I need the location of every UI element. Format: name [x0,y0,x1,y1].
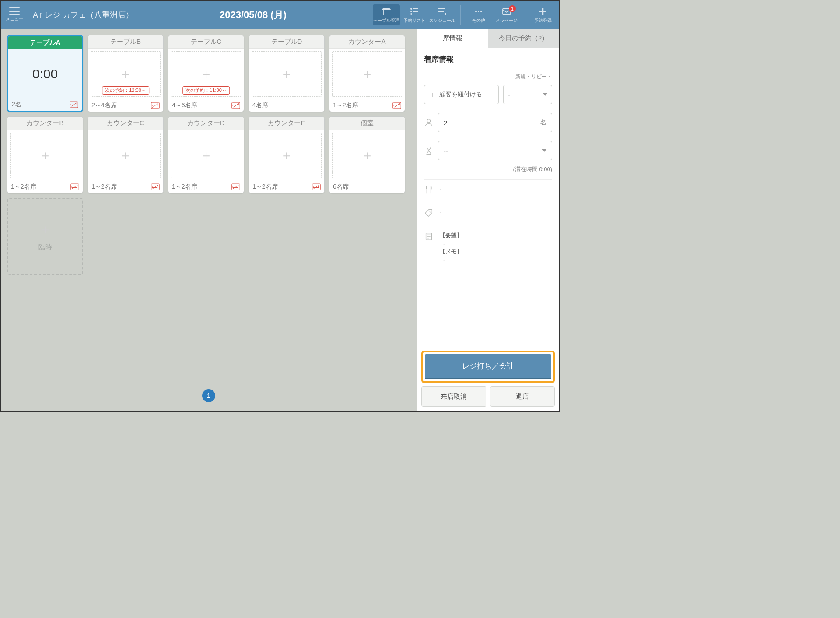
table-card[interactable]: テーブルD＋4名席 [248,35,325,112]
repeat-select[interactable]: - [503,85,552,104]
add-temp-table[interactable]: ＋臨時 [7,198,83,275]
table-footer: 2名 [8,98,82,111]
table-seats: 4名席 [252,102,268,109]
current-date[interactable]: 2023/05/08 (月) [133,8,373,21]
divider [29,5,29,25]
table-footer: 1～2名席 [168,181,244,193]
svg-point-5 [480,11,482,12]
table-name: カウンターC [88,117,163,130]
header-item-label: 予約登録 [534,18,552,24]
table-seats: 6名席 [333,183,349,191]
nosmoking-icon [151,102,160,109]
hamburger-icon [9,7,20,15]
svg-point-0 [411,8,412,9]
table-body: ＋ [252,51,322,97]
tab-seat-info[interactable]: 席情報 [417,29,488,48]
repeat-value: - [508,91,510,98]
table-name: カウンターD [168,117,244,130]
svg-point-2 [411,14,412,14]
temp-label: 臨時 [38,243,52,252]
svg-point-3 [475,11,477,12]
tag-icon [424,208,434,218]
header-newres-button[interactable]: 予約登録 [529,4,556,25]
menu-label: メニュー [6,16,23,22]
table-card[interactable]: カウンターC＋1～2名席 [88,116,164,193]
party-size-value: 2 [444,119,447,126]
cancel-visit-button[interactable]: 来店取消 [421,386,486,407]
table-seats: 1～2名席 [11,183,36,191]
memo-block[interactable]: 【要望】 - 【メモ】 - [440,232,552,263]
hourglass-icon [424,146,434,155]
table-card[interactable]: カウンターB＋1～2名席 [7,116,83,193]
store-name: Air レジ カフェ（八重洲店） [33,10,133,20]
next-reservation: 次の予約：11:30～ [182,86,230,95]
table-name: カウンターA [329,35,405,49]
table-footer: 1～2名席 [329,99,405,112]
table-footer: 6名席 [329,181,405,193]
person-icon [424,118,434,127]
tag-value[interactable]: - [440,208,552,215]
duration-select[interactable]: -- [438,141,552,160]
chevron-down-icon [543,93,547,96]
link-customer-label: 顧客を紐付ける [439,91,482,98]
svg-point-31 [427,119,430,123]
table-timer: 0:00 [32,67,58,81]
course-value[interactable]: - [440,185,552,192]
table-card[interactable]: テーブルB＋次の予約：12:00～2～4名席 [88,35,164,112]
notification-badge: 1 [509,5,516,12]
table-card[interactable]: カウンターA＋1～2名席 [329,35,405,112]
cutlery-icon [424,185,434,195]
plus-icon: ＋ [38,147,52,165]
table-seats: 1～2名席 [91,183,117,191]
nosmoking-icon [70,101,78,108]
table-footer: 1～2名席 [7,181,83,193]
table-card[interactable]: テーブルC＋次の予約：11:30～4～6名席 [168,35,244,112]
table-card[interactable]: 個室＋6名席 [329,116,405,193]
plus-icon: ＋ [119,65,132,83]
header-item-label: テーブル管理 [373,18,399,24]
header-schedule-button[interactable]: スケジュール [429,4,456,25]
nosmoking-icon [312,183,321,190]
header-table-button[interactable]: テーブル管理 [373,4,400,25]
link-customer-button[interactable]: ＋ 顧客を紐付ける [424,85,499,104]
table-seats: 1～2名席 [252,183,278,191]
table-body: ＋ [171,133,241,178]
request-label: 【要望】 [440,232,552,239]
party-size-input[interactable]: 2 名 [438,113,552,132]
memo-label: 【メモ】 [440,248,552,256]
app-header: メニュー Air レジ カフェ（八重洲店） 2023/05/08 (月) テーブ… [1,1,559,29]
header-item-label: メッセージ [496,18,518,24]
table-footer: 4名席 [249,99,324,112]
tab-today-reservations[interactable]: 今日の予約（2） [488,29,560,48]
nosmoking-icon [70,183,79,190]
header-message-button[interactable]: メッセージ1 [493,4,520,25]
svg-point-32 [430,211,431,212]
nosmoking-icon [231,183,240,190]
table-seats: 1～2名席 [333,102,358,109]
plus-icon: ＋ [360,65,374,83]
header-other-button[interactable]: その他 [465,4,492,25]
checkout-button[interactable]: レジ打ち／会計 [425,354,551,379]
plus-icon: ＋ [280,147,293,165]
svg-point-4 [478,11,480,12]
table-footer: 2～4名席 [88,99,163,112]
table-card[interactable]: テーブルA0:002名 [7,35,83,112]
menu-button[interactable]: メニュー [4,7,25,22]
table-body: ＋ [332,51,402,97]
chevron-down-icon [542,149,546,152]
table-seats: 4～6名席 [172,102,197,109]
header-reslist-button[interactable]: 予約リスト [401,4,428,25]
page-indicator[interactable]: 1 [202,389,215,402]
repeat-label: 新規・リピート [424,73,552,81]
table-card[interactable]: カウンターE＋1～2名席 [248,116,325,193]
nosmoking-icon [151,183,160,190]
table-floor: テーブルA0:002名テーブルB＋次の予約：12:00～2～4名席テーブルC＋次… [1,29,416,411]
primary-highlight: レジ打ち／会計 [421,351,555,383]
svg-point-1 [411,11,412,12]
table-name: カウンターE [249,117,324,130]
table-name: 個室 [329,117,405,130]
table-body: ＋次の予約：11:30～ [171,51,241,97]
leave-button[interactable]: 退店 [490,386,555,407]
table-card[interactable]: カウンターD＋1～2名席 [168,116,244,193]
next-reservation: 次の予約：12:00～ [102,86,149,95]
